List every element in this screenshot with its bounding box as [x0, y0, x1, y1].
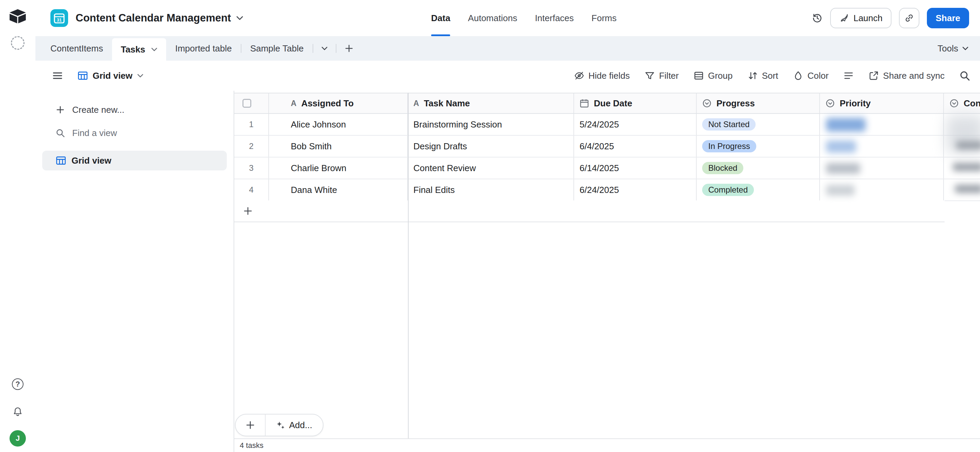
table-tab-bar: ContentItems Tasks Imported table Sample…: [35, 36, 980, 61]
row-handle-cell[interactable]: 4: [234, 179, 269, 200]
search-button[interactable]: [959, 70, 970, 81]
bottom-add-button-group: Add...: [235, 414, 323, 436]
grid-view-icon: [78, 70, 88, 81]
current-view-name: Grid view: [92, 70, 132, 81]
nav-tab-automations[interactable]: Automations: [468, 0, 517, 36]
cell-task-name[interactable]: Design Drafts: [408, 136, 574, 157]
column-header-assigned-to[interactable]: A Assigned To: [269, 93, 408, 113]
add-row-button[interactable]: [234, 200, 945, 222]
nav-tab-interfaces[interactable]: Interfaces: [535, 0, 574, 36]
column-header-progress[interactable]: Progress: [697, 93, 820, 113]
row-height-button[interactable]: [843, 70, 854, 81]
app-icon-day: 31: [57, 18, 62, 22]
notifications-bell-icon[interactable]: [12, 406, 23, 417]
tools-menu[interactable]: Tools: [937, 36, 980, 61]
select-all-checkbox-cell[interactable]: [234, 93, 269, 113]
table-tab-imported-table[interactable]: Imported table: [166, 36, 240, 61]
select-field-icon: [826, 99, 835, 108]
filter-button[interactable]: Filter: [644, 70, 679, 81]
page-title[interactable]: Content Calendar Management: [76, 12, 231, 24]
text-field-icon: A: [414, 99, 419, 108]
cell-task-name[interactable]: Final Edits: [408, 179, 574, 200]
table-tab-tasks[interactable]: Tasks: [112, 38, 167, 61]
content-area: Create new... Find a view Grid view: [35, 91, 980, 452]
row-number: 4: [249, 185, 253, 195]
row-handle-cell[interactable]: 1: [234, 114, 269, 135]
row-number: 1: [249, 120, 253, 129]
status-badge: Not Started: [702, 118, 756, 131]
add-table-plus-icon[interactable]: [336, 36, 362, 61]
checkbox-icon[interactable]: [242, 99, 251, 108]
launch-button-label: Launch: [853, 13, 882, 24]
column-header-due-date[interactable]: Due Date: [574, 93, 697, 113]
cell-due-date[interactable]: 6/24/2025: [574, 179, 697, 200]
user-avatar[interactable]: J: [10, 430, 26, 447]
column-header-priority[interactable]: Priority: [820, 93, 944, 113]
main-area: 31 Content Calendar Management Data Auto…: [35, 0, 980, 452]
launch-button[interactable]: Launch: [830, 8, 891, 28]
top-right-actions: Launch Share: [812, 0, 969, 36]
sidebar-item-grid-view[interactable]: Grid view: [42, 151, 227, 171]
cell-due-date[interactable]: 6/14/2025: [574, 158, 697, 179]
share-link-button[interactable]: [899, 8, 920, 28]
share-button[interactable]: Share: [927, 8, 969, 28]
title-chevron-down-icon[interactable]: [236, 16, 243, 20]
history-icon[interactable]: [812, 13, 822, 24]
cell-progress[interactable]: Not Started: [697, 114, 820, 135]
cell-assigned-to[interactable]: Bob Smith: [269, 136, 408, 157]
find-a-view-input[interactable]: Find a view: [35, 123, 234, 142]
more-tables-chevron-icon[interactable]: [313, 36, 336, 61]
column-header-content[interactable]: Cont: [944, 93, 980, 113]
blurred-content-value: [953, 163, 980, 171]
tools-chevron-down-icon: [962, 47, 969, 50]
color-button[interactable]: Color: [793, 70, 829, 81]
search-icon: [56, 128, 65, 137]
blurred-priority-value: [826, 118, 865, 132]
group-button[interactable]: Group: [694, 70, 732, 81]
blurred-priority-value: [826, 185, 855, 196]
row-handle-cell[interactable]: 3: [234, 158, 269, 179]
airtable-logo-icon[interactable]: [9, 9, 27, 24]
cell-progress[interactable]: Blocked: [697, 158, 820, 179]
current-view-selector[interactable]: Grid view: [78, 70, 143, 81]
cell-due-date[interactable]: 6/4/2025: [574, 136, 697, 157]
record-count: 4 tasks: [240, 441, 264, 450]
column-header-task-name[interactable]: A Task Name: [408, 93, 574, 113]
table-row: 4 Dana White Final Edits 6/24/2025 Compl…: [234, 179, 980, 201]
sort-button[interactable]: Sort: [748, 70, 778, 81]
add-record-button[interactable]: [235, 420, 265, 430]
help-icon[interactable]: ?: [12, 379, 24, 390]
eye-off-icon: [574, 70, 584, 81]
sort-icon: [748, 70, 758, 81]
share-and-sync-button[interactable]: Share and sync: [869, 70, 945, 81]
table-row: 2 Bob Smith Design Drafts 6/4/2025 In Pr…: [234, 136, 980, 158]
row-handle-cell[interactable]: 2: [234, 136, 269, 157]
tab-chevron-down-icon[interactable]: [151, 48, 158, 51]
view-toolbar: Grid view Hide fields Fil: [35, 61, 980, 91]
table-tab-contentitems[interactable]: ContentItems: [41, 36, 112, 61]
airtable-app: ? J 31 Content Calendar Management Data …: [0, 0, 980, 452]
view-sidebar-toggle-icon[interactable]: [52, 70, 63, 81]
frozen-column-divider[interactable]: [408, 93, 409, 438]
cell-progress[interactable]: In Progress: [697, 136, 820, 157]
cell-assigned-to[interactable]: Charlie Brown: [269, 158, 408, 179]
nav-tab-data[interactable]: Data: [431, 0, 450, 36]
cell-task-name[interactable]: Brainstorming Session: [408, 114, 574, 135]
cell-assigned-to[interactable]: Alice Johnson: [269, 114, 408, 135]
select-field-icon: [949, 99, 959, 108]
create-new-view-button[interactable]: Create new...: [35, 100, 234, 119]
views-sidebar: Create new... Find a view Grid view: [35, 91, 234, 452]
plus-icon: [243, 206, 253, 216]
cell-assigned-to[interactable]: Dana White: [269, 179, 408, 200]
hide-fields-button[interactable]: Hide fields: [574, 70, 630, 81]
blurred-priority-value: [826, 163, 860, 174]
workspace-icon[interactable]: [11, 36, 24, 50]
table-tab-sample-table[interactable]: Sample Table: [242, 36, 313, 61]
add-with-ai-button[interactable]: Add...: [266, 420, 323, 431]
nav-tab-forms[interactable]: Forms: [592, 0, 617, 36]
app-calendar-icon[interactable]: 31: [50, 9, 68, 27]
cell-task-name[interactable]: Content Review: [408, 158, 574, 179]
cell-due-date[interactable]: 5/24/2025: [574, 114, 697, 135]
cell-progress[interactable]: Completed: [697, 179, 820, 200]
filter-icon: [644, 70, 655, 81]
